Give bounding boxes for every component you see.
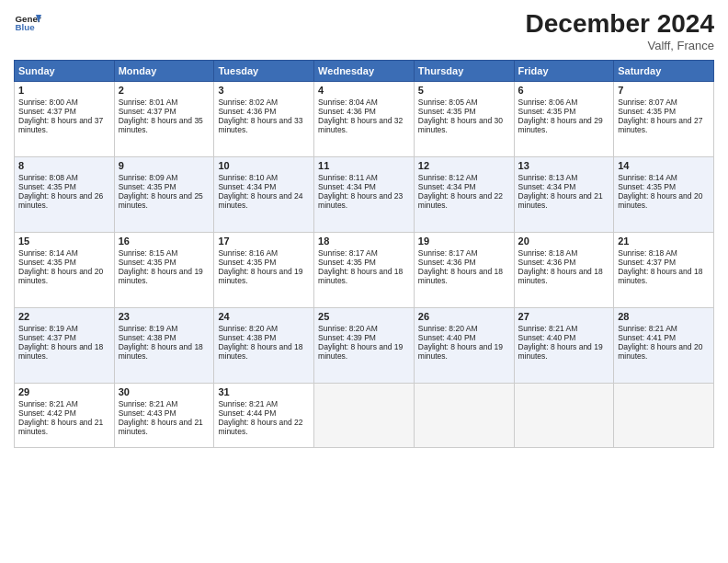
sunrise-label: Sunrise: 8:12 AM	[418, 173, 478, 182]
sunrise-label: Sunrise: 8:01 AM	[119, 98, 178, 107]
calendar-cell: 13 Sunrise: 8:13 AM Sunset: 4:34 PM Dayl…	[514, 157, 614, 233]
day-number: 16	[119, 236, 210, 247]
sunrise-label: Sunrise: 8:11 AM	[318, 173, 378, 182]
calendar-cell: 10 Sunrise: 8:10 AM Sunset: 4:34 PM Dayl…	[214, 157, 314, 233]
col-saturday: Saturday	[614, 61, 714, 82]
sunset-label: Sunset: 4:34 PM	[518, 182, 576, 191]
day-number: 6	[518, 85, 610, 96]
calendar-week-row: 15 Sunrise: 8:14 AM Sunset: 4:35 PM Dayl…	[15, 233, 714, 308]
daylight-label: Daylight: 8 hours and 32 minutes.	[318, 116, 403, 134]
sunrise-label: Sunrise: 8:21 AM	[18, 399, 78, 408]
day-number: 28	[618, 311, 710, 322]
sunset-label: Sunset: 4:35 PM	[618, 182, 676, 191]
daylight-label: Daylight: 8 hours and 18 minutes.	[418, 267, 503, 285]
day-number: 22	[18, 311, 110, 322]
sunset-label: Sunset: 4:34 PM	[418, 182, 476, 191]
day-number: 13	[518, 160, 610, 171]
daylight-label: Daylight: 8 hours and 18 minutes.	[218, 342, 302, 361]
header-row: Sunday Monday Tuesday Wednesday Thursday…	[15, 61, 714, 82]
sunrise-label: Sunrise: 8:20 AM	[418, 324, 478, 333]
sunrise-label: Sunrise: 8:18 AM	[618, 248, 677, 258]
sunset-label: Sunset: 4:37 PM	[618, 258, 676, 267]
day-number: 29	[18, 386, 110, 397]
day-number: 1	[18, 85, 110, 96]
sunset-label: Sunset: 4:34 PM	[218, 182, 276, 191]
calendar-cell: 16 Sunrise: 8:15 AM Sunset: 4:35 PM Dayl…	[114, 233, 214, 308]
calendar-cell: 28 Sunrise: 8:21 AM Sunset: 4:41 PM Dayl…	[614, 308, 714, 384]
calendar-cell: 11 Sunrise: 8:11 AM Sunset: 4:34 PM Dayl…	[314, 157, 415, 233]
day-number: 9	[119, 160, 210, 171]
calendar-week-row: 8 Sunrise: 8:08 AM Sunset: 4:35 PM Dayli…	[15, 157, 714, 233]
sunrise-label: Sunrise: 8:21 AM	[218, 399, 278, 408]
sunrise-label: Sunrise: 8:17 AM	[318, 248, 378, 258]
sunset-label: Sunset: 4:35 PM	[518, 107, 576, 116]
day-number: 26	[418, 311, 510, 322]
calendar-cell	[314, 384, 415, 448]
calendar-cell: 19 Sunrise: 8:17 AM Sunset: 4:36 PM Dayl…	[414, 233, 514, 308]
day-number: 12	[418, 160, 510, 171]
logo: General Blue	[14, 9, 41, 37]
daylight-label: Daylight: 8 hours and 37 minutes.	[18, 116, 103, 134]
day-number: 27	[518, 311, 610, 322]
day-number: 14	[618, 160, 710, 171]
calendar-cell: 24 Sunrise: 8:20 AM Sunset: 4:38 PM Dayl…	[214, 308, 314, 384]
sunrise-label: Sunrise: 8:15 AM	[119, 248, 178, 258]
sunrise-label: Sunrise: 8:16 AM	[218, 248, 278, 258]
calendar-cell: 21 Sunrise: 8:18 AM Sunset: 4:37 PM Dayl…	[614, 233, 714, 308]
calendar-cell: 6 Sunrise: 8:06 AM Sunset: 4:35 PM Dayli…	[514, 82, 614, 157]
sunrise-label: Sunrise: 8:17 AM	[418, 248, 478, 258]
col-sunday: Sunday	[15, 61, 115, 82]
daylight-label: Daylight: 8 hours and 33 minutes.	[218, 116, 302, 134]
calendar-cell	[414, 384, 514, 448]
daylight-label: Daylight: 8 hours and 19 minutes.	[318, 342, 403, 361]
sunset-label: Sunset: 4:37 PM	[18, 107, 76, 116]
daylight-label: Daylight: 8 hours and 21 minutes.	[18, 418, 103, 436]
day-number: 8	[18, 160, 110, 171]
day-number: 7	[618, 85, 710, 96]
daylight-label: Daylight: 8 hours and 35 minutes.	[119, 116, 203, 134]
day-number: 25	[318, 311, 410, 322]
sunrise-label: Sunrise: 8:04 AM	[318, 98, 378, 107]
sunrise-label: Sunrise: 8:20 AM	[218, 324, 278, 333]
sunrise-label: Sunrise: 8:19 AM	[18, 324, 78, 333]
sunset-label: Sunset: 4:35 PM	[119, 182, 176, 191]
sunset-label: Sunset: 4:35 PM	[119, 258, 176, 267]
daylight-label: Daylight: 8 hours and 19 minutes.	[119, 267, 203, 285]
sunrise-label: Sunrise: 8:14 AM	[618, 173, 677, 182]
day-number: 3	[218, 85, 310, 96]
sunrise-label: Sunrise: 8:19 AM	[119, 324, 178, 333]
sunrise-label: Sunrise: 8:07 AM	[618, 98, 677, 107]
day-number: 23	[119, 311, 210, 322]
calendar-cell: 29 Sunrise: 8:21 AM Sunset: 4:42 PM Dayl…	[15, 384, 115, 448]
sunset-label: Sunset: 4:35 PM	[18, 258, 76, 267]
calendar-cell: 3 Sunrise: 8:02 AM Sunset: 4:36 PM Dayli…	[214, 82, 314, 157]
sunrise-label: Sunrise: 8:21 AM	[618, 324, 677, 333]
sunset-label: Sunset: 4:35 PM	[18, 182, 76, 191]
sunrise-label: Sunrise: 8:09 AM	[119, 173, 178, 182]
day-number: 10	[218, 160, 310, 171]
sunset-label: Sunset: 4:35 PM	[418, 107, 476, 116]
sunset-label: Sunset: 4:39 PM	[318, 333, 376, 342]
sunrise-label: Sunrise: 8:21 AM	[119, 399, 178, 408]
col-monday: Monday	[114, 61, 214, 82]
day-number: 20	[518, 236, 610, 247]
sunrise-label: Sunrise: 8:13 AM	[518, 173, 578, 182]
daylight-label: Daylight: 8 hours and 25 minutes.	[119, 191, 203, 210]
calendar-cell: 23 Sunrise: 8:19 AM Sunset: 4:38 PM Dayl…	[114, 308, 214, 384]
day-number: 19	[418, 236, 510, 247]
daylight-label: Daylight: 8 hours and 22 minutes.	[418, 191, 503, 210]
sunrise-label: Sunrise: 8:21 AM	[518, 324, 578, 333]
daylight-label: Daylight: 8 hours and 18 minutes.	[318, 267, 403, 285]
sunrise-label: Sunrise: 8:02 AM	[218, 98, 278, 107]
day-number: 30	[119, 386, 210, 397]
day-number: 31	[218, 386, 310, 397]
calendar-cell: 31 Sunrise: 8:21 AM Sunset: 4:44 PM Dayl…	[214, 384, 314, 448]
title-block: December 2024 Valff, France	[526, 9, 714, 52]
calendar-cell: 22 Sunrise: 8:19 AM Sunset: 4:37 PM Dayl…	[15, 308, 115, 384]
calendar-cell: 15 Sunrise: 8:14 AM Sunset: 4:35 PM Dayl…	[15, 233, 115, 308]
calendar-cell: 27 Sunrise: 8:21 AM Sunset: 4:40 PM Dayl…	[514, 308, 614, 384]
calendar-week-row: 1 Sunrise: 8:00 AM Sunset: 4:37 PM Dayli…	[15, 82, 714, 157]
daylight-label: Daylight: 8 hours and 26 minutes.	[18, 191, 103, 210]
calendar-cell: 14 Sunrise: 8:14 AM Sunset: 4:35 PM Dayl…	[614, 157, 714, 233]
day-number: 21	[618, 236, 710, 247]
